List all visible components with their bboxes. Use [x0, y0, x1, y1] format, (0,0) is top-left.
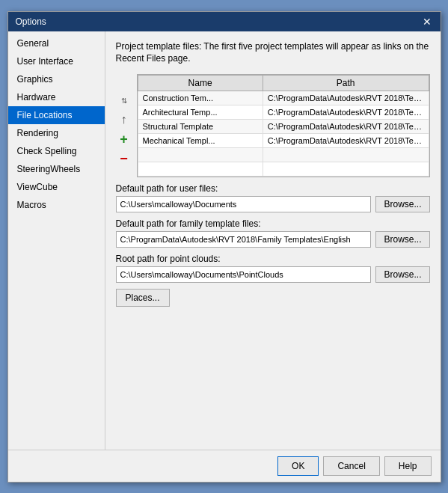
close-button[interactable]: ✕	[421, 16, 433, 27]
template-buttons: ⇅ ↑ + −	[116, 74, 132, 167]
sidebar-item-user-interface[interactable]: User Interface	[8, 52, 105, 70]
sidebar-item-hardware[interactable]: Hardware	[8, 88, 105, 106]
sidebar-item-viewcube[interactable]: ViewCube	[8, 178, 105, 196]
sidebar-item-file-locations[interactable]: File Locations	[8, 106, 105, 124]
point-clouds-browse-button[interactable]: Browse...	[375, 266, 429, 283]
point-clouds-label: Root path for point clouds:	[116, 254, 430, 264]
sidebar-item-macros[interactable]: Macros	[8, 196, 105, 214]
family-templates-row: Browse...	[116, 231, 430, 248]
row-3-name: Mechanical Templ...	[138, 134, 263, 148]
point-clouds-group: Root path for point clouds: Browse...	[116, 254, 430, 283]
user-files-group: Default path for user files: Browse...	[116, 183, 430, 212]
main-content: Project template files: The first five p…	[105, 31, 441, 450]
remove-button[interactable]: −	[116, 150, 132, 167]
point-clouds-row: Browse...	[116, 266, 430, 283]
sidebar-item-graphics[interactable]: Graphics	[8, 70, 105, 88]
point-clouds-input[interactable]	[116, 266, 372, 283]
row-3-path: C:\ProgramData\Autodesk\RVT 2018\Tem...	[263, 134, 429, 148]
title-bar: Options ✕	[8, 12, 441, 31]
dialog-title: Options	[16, 16, 46, 27]
row-2-path: C:\ProgramData\Autodesk\RVT 2018\Tem...	[263, 120, 429, 134]
cancel-button[interactable]: Cancel	[323, 456, 379, 476]
row-1-name: Architectural Temp...	[138, 105, 263, 120]
sidebar-item-check-spelling[interactable]: Check Spelling	[8, 142, 105, 160]
sidebar: General User Interface Graphics Hardware…	[8, 31, 105, 450]
col-header-path[interactable]: Path	[263, 76, 429, 91]
description-text: Project template files: The first five p…	[116, 40, 430, 66]
sidebar-item-general[interactable]: General	[8, 34, 105, 52]
table-row[interactable]: Architectural Temp... C:\ProgramData\Aut…	[138, 105, 429, 120]
family-templates-label: Default path for family template files:	[116, 218, 430, 229]
user-files-label: Default path for user files:	[116, 183, 430, 194]
family-templates-input[interactable]	[116, 231, 372, 248]
options-dialog: Options ✕ General User Interface Graphic…	[7, 11, 441, 483]
add-button[interactable]: +	[116, 131, 132, 147]
remove-icon: −	[120, 151, 128, 167]
template-area: ⇅ ↑ + − Name	[116, 74, 430, 177]
row-0-name: Construction Tem...	[138, 91, 263, 105]
table-row[interactable]: Structural Template C:\ProgramData\Autod…	[138, 120, 429, 134]
sidebar-item-rendering[interactable]: Rendering	[8, 124, 105, 142]
col-header-name[interactable]: Name	[138, 76, 263, 91]
row-0-path: C:\ProgramData\Autodesk\RVT 2018\Tem...	[263, 91, 429, 105]
move-up-button[interactable]: ↑	[116, 111, 132, 128]
user-files-input[interactable]	[116, 196, 372, 212]
user-files-browse-button[interactable]: Browse...	[375, 196, 429, 212]
move-up-icon: ↑	[121, 113, 127, 126]
template-table-wrapper: Name Path Construction Tem... C:\Program…	[137, 74, 430, 177]
table-row[interactable]: Mechanical Templ... C:\ProgramData\Autod…	[138, 134, 429, 148]
table-row-empty	[138, 162, 429, 177]
sort-icon: ⇅	[121, 97, 127, 105]
add-icon: +	[120, 132, 128, 147]
places-button[interactable]: Places...	[116, 289, 170, 307]
row-1-path: C:\ProgramData\Autodesk\RVT 2018\Tem...	[263, 105, 429, 120]
dialog-footer: OK Cancel Help	[8, 450, 441, 482]
help-button[interactable]: Help	[384, 456, 432, 476]
family-templates-group: Default path for family template files: …	[116, 218, 430, 248]
row-2-name: Structural Template	[138, 120, 263, 134]
template-table: Name Path Construction Tem... C:\Program…	[138, 75, 429, 177]
sort-button[interactable]: ⇅	[116, 92, 132, 108]
family-templates-browse-button[interactable]: Browse...	[375, 231, 429, 248]
ok-button[interactable]: OK	[277, 456, 319, 476]
dialog-body: General User Interface Graphics Hardware…	[8, 31, 441, 450]
table-row[interactable]: Construction Tem... C:\ProgramData\Autod…	[138, 91, 429, 105]
sidebar-item-steering-wheels[interactable]: SteeringWheels	[8, 160, 105, 178]
table-row-empty	[138, 148, 429, 162]
user-files-row: Browse...	[116, 196, 430, 212]
